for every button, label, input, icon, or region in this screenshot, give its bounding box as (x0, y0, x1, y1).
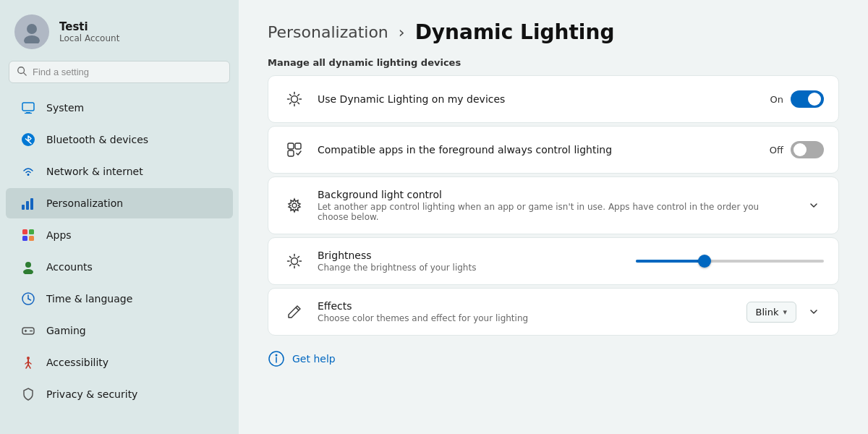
svg-point-24 (30, 331, 31, 332)
svg-point-25 (31, 331, 33, 332)
search-input[interactable] (33, 67, 222, 77)
section-label: Manage all dynamic lighting devices (268, 57, 839, 68)
sidebar-item-label-accounts: Accounts (46, 261, 93, 273)
sun-small-icon (283, 250, 306, 273)
setting-card-compatible-apps: Compatible apps in the foreground always… (268, 126, 839, 174)
setting-title-compat: Compatible apps in the foreground always… (318, 144, 758, 156)
svg-rect-43 (288, 150, 294, 156)
svg-rect-9 (22, 205, 25, 210)
sidebar-item-label-network: Network & internet (46, 166, 143, 177)
svg-line-54 (296, 307, 299, 310)
sidebar-item-accounts[interactable]: Accounts (6, 252, 233, 282)
svg-point-8 (27, 174, 30, 176)
svg-line-30 (26, 365, 28, 368)
sidebar-item-bluetooth[interactable]: Bluetooth & devices (6, 124, 233, 155)
setting-desc-effects: Choose color themes and effect for your … (318, 313, 735, 323)
expand-effects-button[interactable] (804, 302, 824, 322)
breadcrumb[interactable]: Personalization (268, 23, 388, 41)
sun-icon (283, 88, 306, 111)
sidebar-item-apps[interactable]: Apps (6, 220, 233, 250)
slider-track (636, 260, 824, 263)
search-box[interactable] (9, 61, 230, 83)
sidebar-item-network[interactable]: Network & internet (6, 156, 233, 187)
svg-point-0 (27, 24, 37, 34)
bluetooth-icon (20, 132, 36, 148)
svg-rect-10 (26, 201, 29, 210)
accounts-icon (20, 259, 36, 275)
svg-rect-14 (22, 236, 27, 241)
setting-card-effects: Effects Choose color themes and effect f… (268, 288, 839, 336)
breadcrumb-separator: › (399, 23, 405, 41)
sidebar-item-label-bluetooth: Bluetooth & devices (46, 134, 148, 145)
sidebar-item-label-privacy: Privacy & security (46, 388, 137, 400)
setting-card-brightness: Brightness Change the brightness of your… (268, 237, 839, 285)
sidebar-item-system[interactable]: System (6, 93, 233, 123)
toggle-label-compat: Off (770, 145, 783, 156)
sidebar-item-time[interactable]: Time & language (6, 284, 233, 314)
svg-line-3 (24, 73, 27, 76)
svg-line-38 (298, 103, 299, 104)
time-icon (20, 291, 36, 307)
setting-control-compat: Off (770, 141, 824, 158)
get-help-link[interactable]: Get help (268, 350, 839, 367)
sidebar-item-gaming[interactable]: Gaming (6, 315, 233, 346)
page-header: Personalization › Dynamic Lighting (268, 20, 839, 44)
svg-line-20 (28, 299, 31, 300)
svg-point-1 (24, 35, 40, 43)
slider-thumb[interactable] (698, 255, 711, 268)
toggle-thumb-compat (793, 143, 807, 156)
toggle-dynamic-lighting[interactable] (791, 90, 824, 108)
slider-fill (636, 260, 702, 263)
apps-lighting-icon (283, 138, 306, 161)
svg-line-40 (290, 103, 292, 104)
brightness-slider[interactable] (636, 260, 824, 263)
svg-rect-13 (29, 229, 34, 234)
svg-rect-42 (295, 143, 301, 149)
sidebar: Testi Local Account System (0, 0, 239, 434)
sidebar-item-label-system: System (46, 102, 84, 114)
setting-desc-background: Let another app control lighting when an… (318, 202, 792, 222)
sidebar-item-label-apps: Apps (46, 229, 72, 241)
effects-dropdown[interactable]: Blink ▾ (746, 302, 796, 323)
setting-card-use-dynamic-lighting: Use Dynamic Lighting on my devices On (268, 75, 839, 123)
apps-icon (20, 227, 36, 243)
svg-point-16 (25, 262, 31, 268)
user-name: Testi (59, 20, 119, 33)
svg-line-39 (298, 95, 299, 96)
svg-point-56 (276, 354, 278, 357)
sidebar-user[interactable]: Testi Local Account (0, 0, 239, 61)
svg-point-32 (292, 96, 298, 103)
svg-line-37 (290, 95, 292, 96)
sidebar-item-label-gaming: Gaming (46, 325, 86, 336)
privacy-icon (20, 386, 36, 402)
sidebar-item-accessibility[interactable]: Accessibility (6, 347, 233, 378)
effects-dropdown-value: Blink (756, 307, 779, 318)
sidebar-item-privacy[interactable]: Privacy & security (6, 379, 233, 409)
sidebar-item-personalization[interactable]: Personalization (6, 188, 233, 218)
network-icon (20, 163, 36, 179)
svg-line-31 (28, 365, 30, 368)
pencil-icon (283, 300, 306, 323)
svg-line-52 (298, 257, 299, 258)
setting-title-background: Background light control (318, 189, 792, 200)
avatar (14, 14, 49, 49)
setting-control-effects: Blink ▾ (746, 302, 824, 323)
system-icon (20, 100, 36, 116)
svg-rect-41 (288, 143, 294, 149)
gaming-icon (20, 323, 36, 339)
svg-line-50 (290, 257, 292, 258)
toggle-compatible-apps[interactable] (791, 141, 824, 158)
svg-rect-11 (30, 198, 33, 210)
setting-control-background (804, 195, 824, 216)
sidebar-item-label-time: Time & language (46, 293, 132, 305)
search-icon (17, 66, 27, 78)
sidebar-item-label-accessibility: Accessibility (46, 357, 109, 368)
get-help-label: Get help (292, 353, 336, 365)
gear-icon (283, 194, 306, 217)
chevron-down-icon: ▾ (783, 307, 787, 317)
setting-control-brightness (636, 260, 824, 263)
svg-rect-12 (22, 229, 27, 234)
accessibility-icon (20, 354, 36, 370)
expand-background-button[interactable] (804, 195, 824, 216)
svg-point-17 (23, 269, 33, 274)
